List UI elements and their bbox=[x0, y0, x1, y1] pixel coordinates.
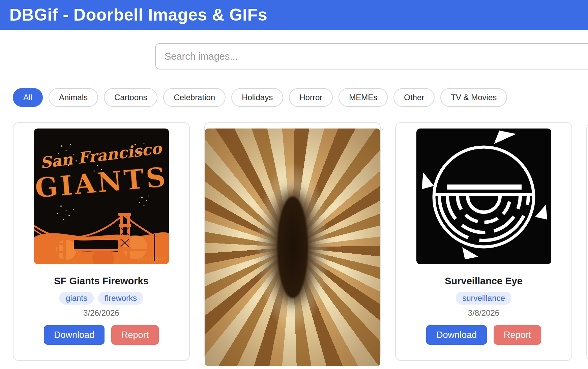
page-title: DBGif - Doorbell Images & GIFs bbox=[0, 5, 267, 25]
card-image-eye-of-sauron bbox=[205, 129, 380, 366]
category-filter-bar: All Animals Cartoons Celebration Holiday… bbox=[13, 88, 588, 107]
card-partial bbox=[586, 122, 588, 361]
card-actions: Download Report bbox=[44, 325, 159, 345]
card-title: Surveillance Eye bbox=[445, 276, 523, 287]
filter-other[interactable]: Other bbox=[393, 88, 435, 107]
tag-giants[interactable]: giants bbox=[59, 292, 94, 305]
card-image-sf-giants: San Francisco GIANTS bbox=[34, 129, 169, 264]
art-credit: @FOXADHD bbox=[137, 256, 165, 261]
filter-memes[interactable]: MEMEs bbox=[339, 88, 388, 107]
card-eye-of-sauron: The Eye of Sauron LOTR eye sauron 3/8/20… bbox=[204, 122, 381, 361]
tag-row: surveillance bbox=[456, 292, 511, 305]
search-input[interactable] bbox=[155, 43, 588, 69]
tag-fireworks[interactable]: fireworks bbox=[98, 292, 143, 305]
report-button[interactable]: Report bbox=[494, 325, 541, 345]
card-image-surveillance-eye bbox=[416, 129, 551, 264]
download-button[interactable]: Download bbox=[44, 325, 105, 345]
filter-tv-movies[interactable]: TV & Movies bbox=[440, 88, 507, 107]
app-header: DBGif - Doorbell Images & GIFs bbox=[0, 0, 588, 30]
filter-animals[interactable]: Animals bbox=[49, 88, 98, 107]
card-title: SF Giants Fireworks bbox=[54, 276, 148, 287]
card-date: 3/8/2026 bbox=[468, 308, 499, 318]
filter-holidays[interactable]: Holidays bbox=[231, 88, 283, 107]
report-button[interactable]: Report bbox=[111, 325, 159, 345]
filter-celebration[interactable]: Celebration bbox=[163, 88, 226, 107]
image-card-grid: San Francisco GIANTS bbox=[13, 122, 588, 361]
download-button[interactable]: Download bbox=[426, 325, 487, 345]
card-surveillance-eye: Surveillance Eye surveillance 3/8/2026 D… bbox=[395, 122, 572, 361]
tag-surveillance[interactable]: surveillance bbox=[456, 292, 511, 305]
card-actions: Download Report bbox=[426, 325, 541, 345]
card-sf-giants-fireworks: San Francisco GIANTS bbox=[13, 122, 190, 361]
filter-cartoons[interactable]: Cartoons bbox=[104, 88, 157, 107]
filter-horror[interactable]: Horror bbox=[289, 88, 333, 107]
search-row bbox=[0, 43, 588, 69]
tag-row: giants fireworks bbox=[59, 292, 143, 305]
card-date: 3/26/2026 bbox=[83, 308, 119, 318]
filter-all[interactable]: All bbox=[13, 88, 43, 107]
